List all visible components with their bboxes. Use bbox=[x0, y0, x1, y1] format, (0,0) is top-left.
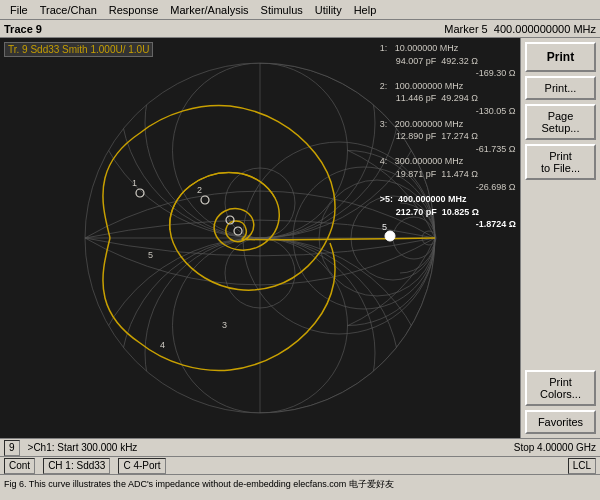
chart-area[interactable]: Tr. 9 Sdd33 Smith 1.000U/ 1.0U 1: 10.000… bbox=[0, 38, 520, 438]
channel-number: 9 bbox=[4, 440, 20, 456]
trace-label: Tr. 9 Sdd33 Smith 1.000U/ 1.0U bbox=[4, 42, 153, 57]
c-label: C 4-Port bbox=[118, 458, 165, 474]
marker-4: 4: 300.000000 MHz 19.871 pF 11.474 Ω -26… bbox=[380, 155, 516, 193]
status-bar-2: Cont CH 1: Sdd33 C 4-Port LCL bbox=[0, 456, 600, 474]
menu-trace-chan[interactable]: Trace/Chan bbox=[34, 2, 103, 18]
marker-2: 2: 100.000000 MHz 11.446 pF 49.294 Ω -13… bbox=[380, 80, 516, 118]
lcl-indicator: LCL bbox=[568, 458, 596, 474]
svg-text:5: 5 bbox=[148, 250, 153, 260]
stop-info: Stop 4.00000 GHz bbox=[514, 442, 596, 453]
main-area: Tr. 9 Sdd33 Smith 1.000U/ 1.0U 1: 10.000… bbox=[0, 38, 600, 438]
cont-indicator: Cont bbox=[4, 458, 35, 474]
print-to-file-button[interactable]: Print to File... bbox=[525, 144, 596, 180]
marker-5-active: >5: 400.000000 MHz 212.70 pF 10.825 Ω -1… bbox=[380, 193, 516, 231]
svg-point-29 bbox=[385, 231, 395, 241]
marker-data-panel: 1: 10.000000 MHz 94.007 pF 492.32 Ω -169… bbox=[380, 42, 516, 231]
menu-marker-analysis[interactable]: Marker/Analysis bbox=[164, 2, 254, 18]
page-setup-button[interactable]: Page Setup... bbox=[525, 104, 596, 140]
menu-help[interactable]: Help bbox=[348, 2, 383, 18]
svg-text:4: 4 bbox=[160, 340, 165, 350]
print-button[interactable]: Print bbox=[525, 42, 596, 72]
marker-info: Marker 5 400.000000000 MHz bbox=[444, 23, 596, 35]
menu-bar: File Trace/Chan Response Marker/Analysis… bbox=[0, 0, 600, 20]
right-panel: Print Print... Page Setup... Print to Fi… bbox=[520, 38, 600, 438]
print-dots-button[interactable]: Print... bbox=[525, 76, 596, 100]
trace-title: Trace 9 bbox=[4, 23, 42, 35]
status-bar: 9 >Ch1: Start 300.000 kHz Stop 4.00000 G… bbox=[0, 438, 600, 456]
svg-text:1: 1 bbox=[132, 178, 137, 188]
menu-utility[interactable]: Utility bbox=[309, 2, 348, 18]
menu-file[interactable]: File bbox=[4, 2, 34, 18]
svg-text:3: 3 bbox=[222, 320, 227, 330]
svg-text:2: 2 bbox=[197, 185, 202, 195]
ch1-info: CH 1: Sdd33 bbox=[43, 458, 110, 474]
menu-response[interactable]: Response bbox=[103, 2, 165, 18]
favorites-button[interactable]: Favorites bbox=[525, 410, 596, 434]
menu-stimulus[interactable]: Stimulus bbox=[255, 2, 309, 18]
print-colors-button[interactable]: Print Colors... bbox=[525, 370, 596, 406]
caption-text: Fig 6. This curve illustrates the ADC's … bbox=[4, 478, 394, 491]
figure-caption: Fig 6. This curve illustrates the ADC's … bbox=[0, 474, 600, 494]
marker-3: 3: 200.000000 MHz 12.890 pF 17.274 Ω -61… bbox=[380, 118, 516, 156]
marker-1: 1: 10.000000 MHz 94.007 pF 492.32 Ω -169… bbox=[380, 42, 516, 80]
start-info: >Ch1: Start 300.000 kHz bbox=[28, 442, 138, 453]
title-bar: Trace 9 Marker 5 400.000000000 MHz bbox=[0, 20, 600, 38]
